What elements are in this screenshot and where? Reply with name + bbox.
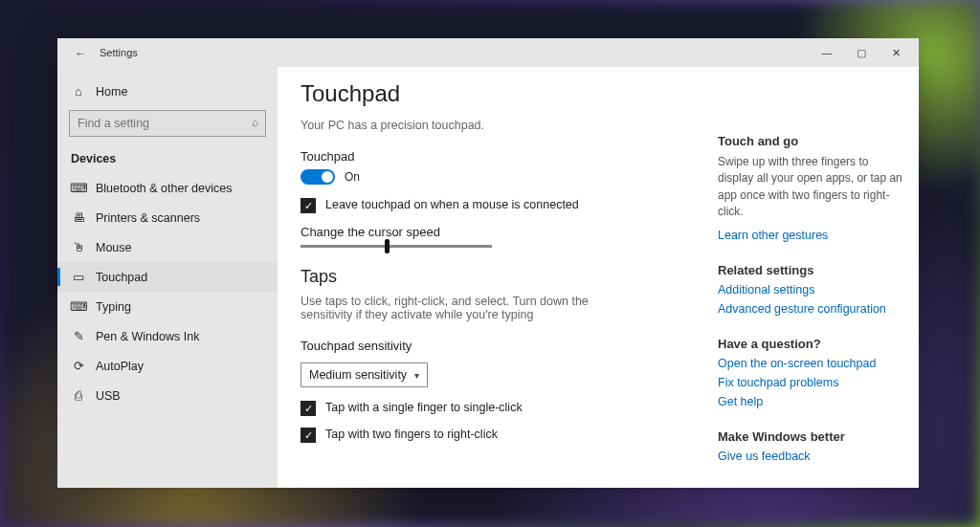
touchpad-icon: ▭ (71, 270, 86, 284)
tap-single-checkbox[interactable]: ✓ (301, 401, 316, 416)
related-settings-title: Related settings (718, 263, 903, 277)
taps-description: Use taps to click, right-click, and sele… (301, 295, 616, 321)
search-input[interactable] (69, 110, 266, 137)
page-intro: Your PC has a precision touchpad. (301, 119, 695, 132)
cursor-speed-slider[interactable] (301, 245, 492, 248)
keyboard-icon: ⌨ (71, 299, 86, 314)
home-icon: ⌂ (71, 84, 86, 99)
sidebar-item-typing[interactable]: ⌨ Typing (57, 292, 278, 321)
touch-and-go-desc: Swipe up with three fingers to display a… (718, 154, 903, 221)
feedback-link[interactable]: Give us feedback (718, 450, 903, 463)
usb-icon: ⎙ (71, 388, 86, 403)
sensitivity-label: Touchpad sensitivity (301, 339, 695, 353)
settings-window: ← Settings — ▢ ✕ ⌂ Home ⌕ Devices ⌨ Blue… (57, 38, 919, 488)
close-button[interactable]: ✕ (879, 38, 913, 67)
sidebar-item-label: Pen & Windows Ink (96, 330, 199, 343)
sidebar-item-label: USB (96, 389, 121, 403)
leave-on-checkbox[interactable]: ✓ (301, 198, 316, 213)
sidebar-item-label: Printers & scanners (96, 211, 200, 225)
taps-heading: Taps (301, 267, 695, 287)
minimize-button[interactable]: — (810, 38, 844, 67)
advanced-gesture-link[interactable]: Advanced gesture configuration (718, 302, 903, 316)
sidebar-home[interactable]: ⌂ Home (57, 77, 278, 106)
slider-thumb[interactable] (385, 239, 390, 253)
maximize-button[interactable]: ▢ (844, 38, 879, 67)
sidebar-section-label: Devices (57, 146, 278, 173)
learn-gestures-link[interactable]: Learn other gestures (718, 229, 903, 242)
sidebar-item-mouse[interactable]: 🖱 Mouse (57, 232, 278, 262)
sidebar-item-label: Mouse (96, 241, 132, 254)
chevron-down-icon: ▾ (414, 370, 419, 381)
sidebar-item-touchpad[interactable]: ▭ Touchpad (57, 262, 278, 292)
sidebar-item-label: Typing (96, 300, 131, 314)
autoplay-icon: ⟳ (71, 359, 86, 373)
leave-on-label: Leave touchpad on when a mouse is connec… (325, 198, 579, 211)
aside-pane: Touch and go Swipe up with three fingers… (718, 67, 919, 488)
sidebar-item-pen[interactable]: ✎ Pen & Windows Ink (57, 321, 278, 351)
mouse-icon: 🖱 (71, 240, 86, 254)
tap-two-checkbox[interactable]: ✓ (301, 428, 316, 443)
page-title: Touchpad (301, 80, 695, 107)
touch-and-go-title: Touch and go (718, 134, 903, 148)
sensitivity-value: Medium sensitivity (309, 368, 407, 382)
devices-icon: ⌨ (71, 181, 86, 195)
window-title: Settings (100, 47, 810, 58)
sidebar-item-usb[interactable]: ⎙ USB (57, 381, 278, 410)
open-onscreen-touchpad-link[interactable]: Open the on-screen touchpad (718, 357, 903, 370)
touchpad-toggle-label: Touchpad (301, 149, 695, 164)
touchpad-toggle-state: On (345, 170, 360, 184)
have-question-title: Have a question? (718, 337, 903, 351)
titlebar: ← Settings — ▢ ✕ (57, 38, 919, 67)
cursor-speed-label: Change the cursor speed (301, 225, 695, 239)
sidebar-item-autoplay[interactable]: ⟳ AutoPlay (57, 351, 278, 381)
back-button[interactable]: ← (71, 46, 90, 60)
sidebar-item-label: Bluetooth & other devices (96, 182, 232, 195)
pen-icon: ✎ (71, 329, 86, 343)
fix-touchpad-link[interactable]: Fix touchpad problems (718, 376, 903, 389)
sidebar: ⌂ Home ⌕ Devices ⌨ Bluetooth & other dev… (57, 67, 278, 488)
sidebar-item-label: Touchpad (96, 271, 147, 284)
sidebar-item-printers[interactable]: 🖶 Printers & scanners (57, 203, 278, 232)
additional-settings-link[interactable]: Additional settings (718, 283, 903, 296)
sidebar-item-label: AutoPlay (96, 360, 144, 373)
sensitivity-select[interactable]: Medium sensitivity ▾ (301, 362, 428, 387)
tap-two-label: Tap with two fingers to right-click (325, 428, 498, 441)
sidebar-item-bluetooth[interactable]: ⌨ Bluetooth & other devices (57, 173, 278, 203)
touchpad-toggle[interactable] (301, 169, 335, 185)
sidebar-home-label: Home (96, 85, 127, 99)
make-better-title: Make Windows better (718, 429, 903, 444)
printer-icon: 🖶 (71, 210, 86, 225)
tap-single-label: Tap with a single finger to single-click (325, 401, 523, 414)
get-help-link[interactable]: Get help (718, 395, 903, 408)
main-pane: Touchpad Your PC has a precision touchpa… (278, 67, 718, 488)
